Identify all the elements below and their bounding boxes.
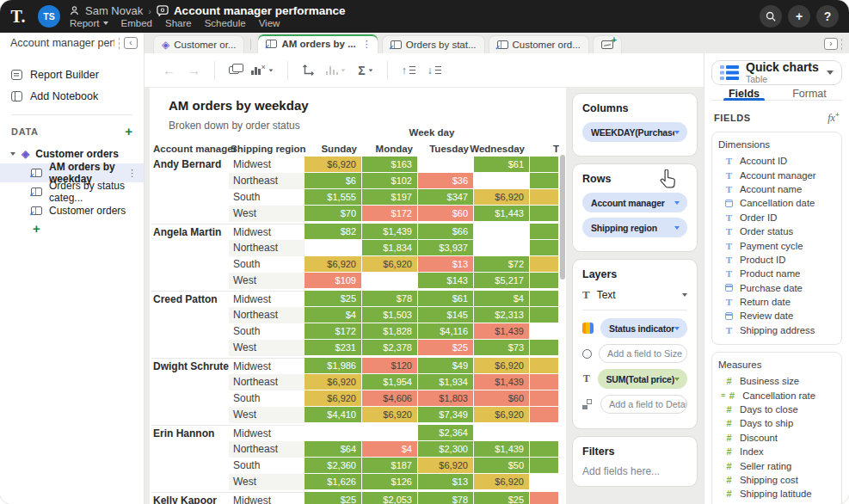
pivot-cell[interactable] — [530, 224, 559, 240]
pivot-cell[interactable]: $61 — [418, 291, 474, 307]
field-item[interactable]: Cancellation date — [718, 196, 835, 210]
pivot-cell[interactable] — [530, 291, 559, 307]
field-item[interactable]: TPayment cycle — [718, 238, 835, 252]
pivot-cell[interactable]: $13 — [418, 256, 474, 273]
chevron-down-icon[interactable] — [674, 327, 680, 330]
tab-menu-icon[interactable]: ⋮ — [360, 39, 373, 50]
tab-fields[interactable]: Fields — [711, 88, 777, 100]
pivot-cell[interactable]: $120 — [362, 358, 418, 374]
field-item[interactable]: =#Cancellation rate — [718, 388, 835, 402]
field-item[interactable]: #Shipping latitude — [718, 487, 835, 501]
add-data-button[interactable]: + — [125, 126, 132, 137]
pivot-cell[interactable]: $2,313 — [474, 307, 530, 323]
filters-drop-zone[interactable]: Add fields here... — [582, 465, 687, 477]
pivot-cell[interactable]: $172 — [305, 323, 362, 340]
tree-item-2[interactable]: Orders by status categ... — [0, 182, 144, 201]
field-item[interactable]: Review date — [718, 309, 835, 323]
pivot-cell[interactable]: $1,439 — [474, 323, 530, 340]
field-item[interactable]: #Business size — [718, 374, 835, 388]
pivot-cell[interactable]: $25 — [418, 340, 474, 356]
pivot-cell[interactable] — [530, 340, 559, 356]
pivot-cell[interactable]: $145 — [418, 307, 474, 323]
pivot-cell[interactable]: $73 — [474, 340, 530, 356]
pivot-cell[interactable]: $4,606 — [362, 390, 418, 407]
pivot-cell[interactable] — [530, 425, 559, 441]
pivot-cell[interactable]: $143 — [418, 273, 474, 289]
pivot-cell[interactable] — [530, 458, 559, 474]
pivot-cell[interactable]: $1,986 — [305, 358, 362, 374]
menu-item-share[interactable]: Share — [165, 18, 192, 28]
pivot-cell[interactable]: $6,920 — [474, 189, 530, 206]
tab-3[interactable]: Orders by stat... — [382, 35, 485, 53]
field-item[interactable]: Purchase date — [718, 281, 835, 295]
pivot-cell[interactable]: $6,920 — [362, 407, 418, 423]
pivot-cell[interactable] — [362, 425, 418, 441]
pivot-cell[interactable]: $61 — [474, 157, 530, 173]
field-pill[interactable]: WEEKDAY(Purchase date) — [582, 122, 687, 142]
pivot-cell[interactable]: $4 — [362, 441, 418, 458]
pivot-cell[interactable]: $102 — [362, 173, 418, 189]
field-item[interactable]: #Days to ship — [718, 416, 835, 430]
pivot-cell[interactable]: $163 — [362, 157, 418, 173]
pivot-cell[interactable]: $70 — [305, 206, 362, 222]
pivot-cell[interactable]: $13 — [418, 474, 474, 490]
layer-type-select[interactable]: T Text — [582, 288, 687, 310]
chart-title[interactable]: AM orders by weekday — [169, 98, 566, 113]
pivot-cell[interactable]: $347 — [418, 189, 474, 206]
pivot-cell[interactable]: $6,920 — [474, 358, 530, 374]
field-item[interactable]: #Seller rating — [718, 458, 835, 472]
pivot-cell[interactable]: $2,378 — [362, 340, 418, 356]
pivot-cell[interactable]: $66 — [418, 224, 474, 240]
pivot-cell[interactable]: $6,920 — [474, 474, 530, 490]
pivot-cell[interactable]: $82 — [305, 224, 362, 240]
pivot-cell[interactable]: $3,937 — [418, 240, 474, 256]
swap-axes-button[interactable] — [296, 59, 320, 82]
pivot-cell[interactable] — [530, 374, 559, 390]
pivot-cell[interactable]: $187 — [362, 458, 418, 474]
chevron-down-icon[interactable] — [674, 378, 680, 381]
pivot-cell[interactable]: $1,439 — [474, 441, 530, 458]
field-item[interactable]: TAccount name — [718, 182, 835, 196]
pivot-cell[interactable]: $1,443 — [474, 206, 530, 222]
tab-1[interactable]: ◈Customer or... — [153, 35, 244, 53]
tab-2[interactable]: AM orders by ...⋮ — [257, 34, 378, 53]
pivot-cell[interactable]: $6,920 — [418, 458, 474, 474]
pivot-cell[interactable]: $1,503 — [362, 307, 418, 323]
pivot-cell[interactable]: $172 — [362, 206, 418, 222]
duplicate-chart-button[interactable] — [223, 59, 245, 82]
histogram-button[interactable] — [320, 59, 353, 82]
sort-descending-button[interactable]: ↓ — [421, 59, 447, 82]
pivot-cell[interactable]: $4 — [474, 291, 530, 307]
pivot-cell[interactable]: $6,920 — [305, 157, 362, 173]
pivot-cell[interactable]: $49 — [418, 358, 474, 374]
pivot-cell[interactable] — [530, 173, 559, 189]
pivot-cell[interactable]: $126 — [362, 474, 418, 490]
add-calculated-field-button[interactable]: fx+ — [827, 110, 840, 125]
field-pill[interactable]: Status indicator — [600, 318, 687, 338]
pivot-cell[interactable]: $4,410 — [305, 407, 362, 423]
pivot-cell[interactable] — [530, 323, 559, 340]
pivot-cell[interactable]: $2,360 — [305, 458, 362, 474]
pivot-cell[interactable] — [474, 224, 530, 240]
pivot-cell[interactable]: $36 — [418, 173, 474, 189]
vertical-scrollbar[interactable] — [560, 155, 565, 280]
help-button[interactable]: ? — [816, 5, 839, 28]
pivot-cell[interactable] — [530, 157, 559, 173]
field-drop-input[interactable]: Add a field to Size — [599, 344, 687, 363]
pivot-cell[interactable]: $1,828 — [362, 323, 418, 340]
pivot-cell[interactable] — [530, 206, 559, 222]
pivot-cell[interactable] — [305, 425, 362, 441]
chevron-down-icon[interactable] — [674, 226, 680, 230]
field-item[interactable]: TShipping address — [718, 323, 835, 337]
pivot-cell[interactable] — [418, 157, 474, 173]
field-item[interactable]: TOrder status — [718, 224, 835, 238]
pivot-cell[interactable] — [474, 173, 530, 189]
pivot-cell[interactable]: $6,920 — [474, 407, 530, 423]
menu-item-report[interactable]: Report — [70, 18, 108, 28]
pivot-cell[interactable] — [474, 425, 530, 441]
breadcrumb-user[interactable]: Sam Novak — [85, 4, 143, 17]
menu-item-schedule[interactable]: Schedule — [205, 18, 246, 28]
tab-4[interactable]: Customer ord... — [489, 35, 589, 53]
field-item[interactable]: TOrder ID — [718, 211, 835, 224]
pivot-cell[interactable]: $2,053 — [362, 492, 418, 504]
